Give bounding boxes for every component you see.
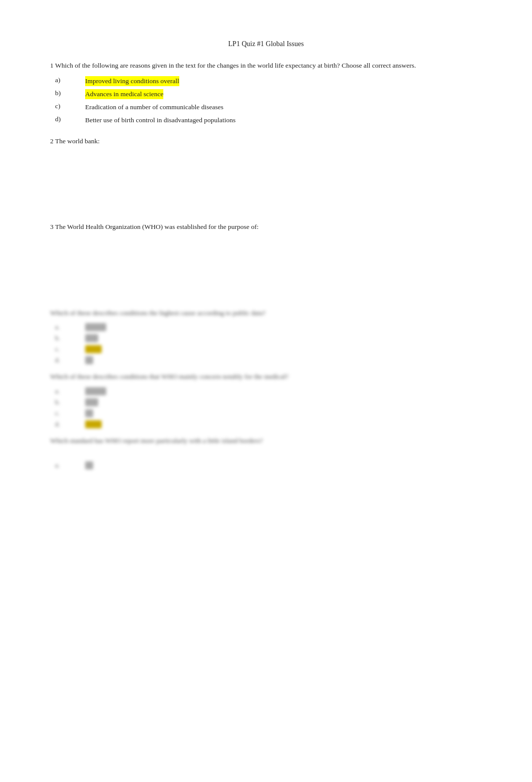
question-1-text: 1 Which of the following are reasons giv… (50, 60, 482, 71)
blurred-section-1: Which of these describes conditions the … (50, 308, 482, 365)
answer-1d-text: Better use of birth control in disadvant… (85, 115, 235, 125)
question-2-number: 2 (50, 137, 54, 145)
blurred-q1-text: Which of these describes conditions the … (50, 308, 482, 319)
blurred-q2-c-text (85, 409, 93, 417)
question-3-text: 3 The World Health Organization (WHO) wa… (50, 221, 482, 232)
answer-1b: b) Advances in medical science (50, 89, 482, 99)
question-1-body: Which of the following are reasons given… (55, 62, 416, 69)
blurred-q2-text: Which of these describes conditions that… (50, 371, 482, 382)
blurred-q2-a: a. (50, 387, 482, 395)
answer-1b-letter: b) (55, 89, 85, 97)
blurred-q2-b-text (85, 398, 98, 406)
blurred-q1-c: c. (50, 345, 482, 353)
blurred-q2-b-letter: b. (55, 398, 85, 406)
question-2-body: The world bank: (55, 137, 100, 145)
answer-1b-text: Advances in medical science (85, 89, 163, 99)
blurred-q3-a: a. (50, 461, 482, 469)
blurred-q2-c: c. (50, 409, 482, 417)
blurred-q1-b-text (85, 334, 98, 342)
blurred-section-2: Which of these describes conditions that… (50, 371, 482, 428)
blurred-q2-b: b. (50, 398, 482, 406)
question-3-number: 3 (50, 223, 54, 230)
blurred-q2-a-letter: a. (55, 387, 85, 395)
blurred-q1-a: a. (50, 323, 482, 331)
question-2-block: 2 The world bank: (50, 136, 482, 212)
page-title: LP1 Quiz #1 Global Issues (50, 40, 482, 48)
blurred-q2-d-text (85, 420, 102, 428)
blurred-q3-a-letter: a. (55, 461, 85, 469)
blurred-q1-a-text (85, 323, 106, 331)
blurred-q2-c-letter: c. (55, 409, 85, 417)
blurred-q2-d: d. (50, 420, 482, 428)
answer-1c-letter: c) (55, 102, 85, 110)
question-3-block: 3 The World Health Organization (WHO) wa… (50, 221, 482, 298)
blurred-q1-d-text (85, 356, 93, 364)
blurred-q1-b-letter: b. (55, 334, 85, 342)
blurred-q2-d-letter: d. (55, 420, 85, 428)
answer-1a-text: Improved living conditions overall (85, 76, 179, 86)
blurred-q1-c-letter: c. (55, 345, 85, 353)
question-1-block: 1 Which of the following are reasons giv… (50, 60, 482, 126)
blurred-q1-d: d. (50, 356, 482, 364)
blurred-section-3: Which standard has WHO report more parti… (50, 435, 482, 469)
blurred-q1-a-letter: a. (55, 323, 85, 331)
answer-1a-letter: a) (55, 76, 85, 84)
question-3-body: The World Health Organization (WHO) was … (55, 223, 258, 230)
blurred-q1-d-letter: d. (55, 356, 85, 364)
blurred-q1-c-text (85, 345, 102, 353)
blurred-q2-a-text (85, 387, 106, 395)
blurred-q3-a-text (85, 461, 93, 469)
question-2-spacer (50, 151, 482, 211)
answer-1a: a) Improved living conditions overall (50, 76, 482, 86)
answer-1d-letter: d) (55, 115, 85, 123)
blurred-q1-b: b. (50, 334, 482, 342)
question-2-text: 2 The world bank: (50, 136, 482, 147)
answer-1d: d) Better use of birth control in disadv… (50, 115, 482, 125)
question-3-spacer (50, 237, 482, 298)
blurred-q3-spacer (50, 451, 482, 461)
answer-1c-text: Eradication of a number of communicable … (85, 102, 223, 112)
blurred-q3-text: Which standard has WHO report more parti… (50, 435, 482, 446)
question-1-number: 1 (50, 62, 54, 69)
answer-1c: c) Eradication of a number of communicab… (50, 102, 482, 112)
